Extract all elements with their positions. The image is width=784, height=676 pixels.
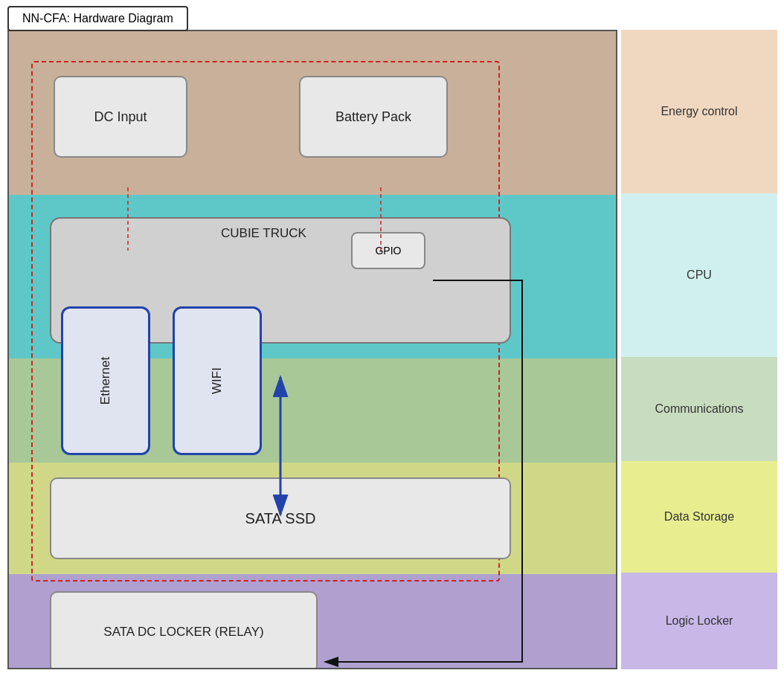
battery-pack-box: Battery Pack xyxy=(299,76,448,158)
sata-ssd-label: SATA SSD xyxy=(245,510,316,527)
sata-locker-box: SATA DC LOCKER (RELAY) xyxy=(50,591,318,669)
label-logic: Logic Locker xyxy=(621,573,777,669)
cubie-label: CUBIE TRUCK xyxy=(221,226,306,241)
wifi-box: WIFI xyxy=(173,306,262,455)
sata-ssd-box: SATA SSD xyxy=(50,477,511,559)
comms-label-text: Communications xyxy=(655,402,743,416)
label-comms: Communications xyxy=(621,357,777,461)
dc-input-box: DC Input xyxy=(54,76,187,158)
locker-label: SATA DC LOCKER (RELAY) xyxy=(103,625,263,640)
label-data: Data Storage xyxy=(621,461,777,573)
title-text: NN-CFA: Hardware Diagram xyxy=(22,12,173,25)
gpio-box: GPIO xyxy=(351,232,425,269)
diagram-title: NN-CFA: Hardware Diagram xyxy=(7,6,188,31)
diagram-wrapper: NN-CFA: Hardware Diagram DC Input Batter… xyxy=(0,0,784,676)
data-label-text: Data Storage xyxy=(664,510,734,524)
dc-input-label: DC Input xyxy=(94,109,147,125)
energy-label-text: Energy control xyxy=(661,105,737,118)
cpu-label-text: CPU xyxy=(687,268,712,282)
label-energy: Energy control xyxy=(621,30,777,193)
main-diagram: DC Input Battery Pack CUBIE TRUCK GPIO E… xyxy=(7,30,617,669)
battery-label: Battery Pack xyxy=(335,109,411,125)
gpio-label: GPIO xyxy=(375,245,401,257)
ethernet-label: Ethernet xyxy=(98,357,113,405)
logic-label-text: Logic Locker xyxy=(666,614,733,628)
ethernet-box: Ethernet xyxy=(61,306,150,455)
labels-panel: Energy control CPU Communications Data S… xyxy=(621,30,777,669)
label-cpu: CPU xyxy=(621,193,777,357)
wifi-label: WIFI xyxy=(210,367,225,394)
